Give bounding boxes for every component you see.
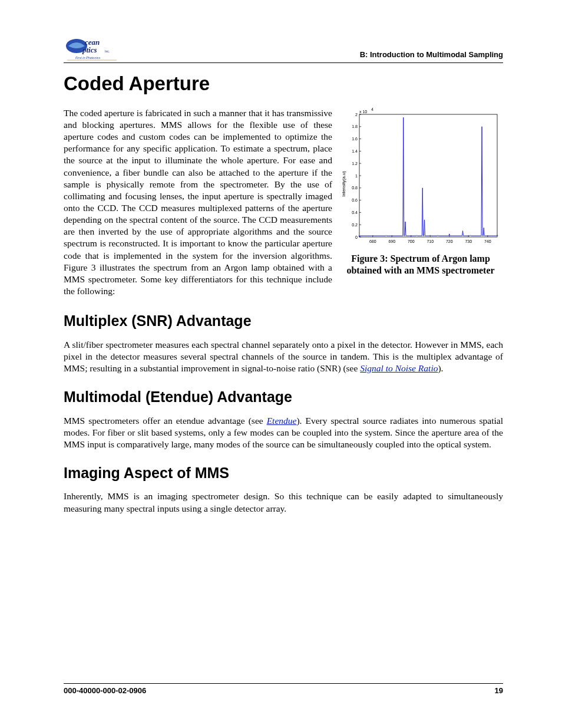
svg-text:First in Photonics: First in Photonics [75,56,100,60]
heading-multiplex-advantage: Multiplex (SNR) Advantage [64,311,503,331]
svg-text:1.2: 1.2 [352,162,358,166]
figure-3: x 10 4 00.20.40.60.811.21.41.61.82 68069… [338,107,503,276]
svg-text:730: 730 [465,239,472,243]
header-section-label: B: Introduction to Multimodal Sampling [360,50,503,61]
argon-spectrum-chart: x 10 4 00.20.40.60.811.21.41.61.82 68069… [338,107,503,249]
heading-etendue-advantage: Multimodal (Etendue) Advantage [64,387,503,407]
svg-rect-8 [359,114,497,237]
svg-text:2: 2 [355,112,358,116]
svg-text:1.4: 1.4 [352,149,358,153]
svg-text:1.8: 1.8 [352,124,358,129]
figure-3-caption: Figure 3: Spectrum of Argon lamp obtaine… [338,253,503,276]
svg-text:0.4: 0.4 [352,210,358,215]
svg-text:690: 690 [388,239,395,243]
brand-logo: cean ptics Inc. First in Photonics [64,34,123,61]
etendue-link[interactable]: Etendue [267,416,297,426]
footer-doc-number: 000-40000-000-02-0906 [64,686,146,696]
svg-text:710: 710 [427,239,434,243]
svg-text:4: 4 [371,107,373,111]
imaging-paragraph: Inherently, MMS is an imaging spectromet… [64,490,503,514]
svg-text:0.6: 0.6 [352,198,358,202]
snr-link[interactable]: Signal to Noise Ratio [360,363,438,373]
page-footer: 000-40000-000-02-0906 19 [64,683,503,696]
svg-text:740: 740 [484,239,491,243]
svg-text:680: 680 [369,239,376,243]
svg-text:Intensity(a.u): Intensity(a.u) [341,171,346,197]
multiplex-paragraph: A slit/fiber spectrometer measures each … [64,339,503,374]
svg-text:Inc.: Inc. [105,50,110,53]
svg-text:700: 700 [408,239,415,243]
svg-text:0: 0 [355,235,358,239]
svg-text:0.2: 0.2 [352,223,358,227]
footer-page-number: 19 [495,686,503,696]
multiplex-text-post: ). [438,363,443,373]
svg-text:x 10: x 10 [359,110,367,114]
etendue-paragraph: MMS spectrometers offer an etendue advan… [64,415,503,450]
heading-imaging-aspect: Imaging Aspect of MMS [64,463,503,483]
svg-text:1.6: 1.6 [352,137,358,141]
svg-text:ptics: ptics [82,45,97,54]
svg-text:1: 1 [355,173,358,177]
page-header: cean ptics Inc. First in Photonics B: In… [64,34,503,63]
svg-text:720: 720 [446,239,453,243]
page-title: Coded Aperture [64,71,503,97]
svg-text:0.8: 0.8 [352,186,358,190]
etendue-text-pre: MMS spectrometers offer an etendue advan… [64,416,267,426]
